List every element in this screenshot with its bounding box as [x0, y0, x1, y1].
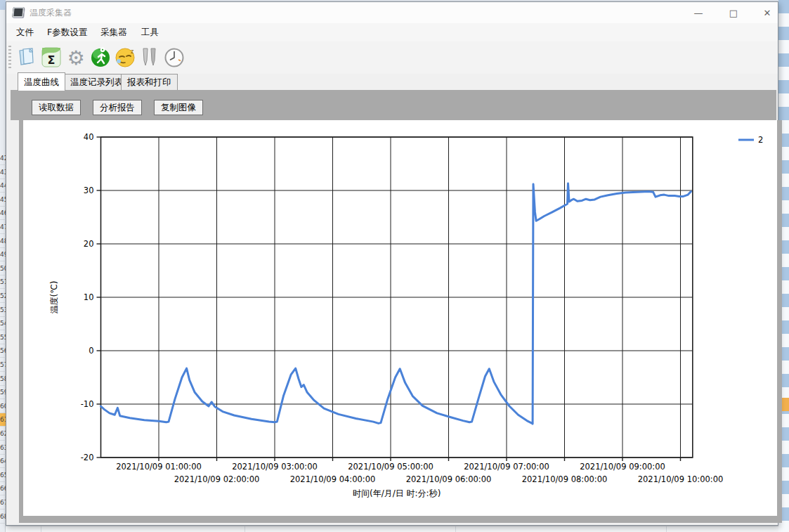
menu-file[interactable]: 文件 — [12, 25, 38, 39]
excel-row-number: 56 — [0, 344, 6, 358]
svg-text:40: 40 — [84, 132, 94, 142]
excel-row-number: 46 — [0, 207, 6, 220]
svg-text:-20: -20 — [81, 453, 94, 462]
excel-gridline — [41, 526, 41, 532]
temperature-chart-panel: 403020100-10-202021/10/09 01:00:002021/1… — [23, 120, 777, 516]
excel-row-number: 50 — [0, 262, 6, 275]
excel-row-number: 49 — [0, 248, 6, 261]
excel-row-number: 44 — [0, 179, 6, 193]
menu-params[interactable]: F参数设置 — [43, 25, 91, 39]
svg-text:2021/10/09 05:00:00: 2021/10/09 05:00:00 — [348, 462, 433, 472]
minimize-button[interactable]: — — [686, 5, 710, 22]
analysis-report-button[interactable]: 分析报告 — [93, 100, 142, 115]
svg-text:10: 10 — [84, 292, 94, 302]
excel-row-number: 61 — [0, 413, 6, 427]
svg-text:⚙: ⚙ — [67, 46, 84, 70]
excel-row-header-strip: 4243444546474849505152535455565758596061… — [0, 0, 6, 532]
tab-report-print[interactable]: 报表和打印 — [121, 74, 178, 90]
series-line — [101, 183, 691, 424]
chart-grid — [101, 137, 693, 458]
svg-text:2021/10/09 01:00:00: 2021/10/09 01:00:00 — [116, 462, 202, 472]
menu-tools[interactable]: 工具 — [137, 25, 163, 39]
excel-cell-fragment — [0, 0, 6, 10]
excel-row-number: 45 — [0, 193, 6, 207]
excel-row-number: 65 — [0, 469, 6, 482]
svg-text:2021/10/09 04:00:00: 2021/10/09 04:00:00 — [290, 474, 376, 484]
excel-row-number: 55 — [0, 331, 6, 344]
excel-row-number: 52 — [0, 290, 6, 303]
title-bar[interactable]: 温度采集器 — □ ✕ — [6, 2, 778, 23]
excel-row-number: 68 — [0, 510, 6, 524]
probe-pens-icon[interactable] — [138, 45, 162, 70]
app-logger-icon — [12, 7, 25, 18]
excel-row-number: 51 — [0, 275, 6, 289]
excel-row-number: 58 — [0, 372, 6, 386]
excel-row-number: 66 — [0, 482, 6, 495]
app-window: 温度采集器 — □ ✕ 文件 F参数设置 采集器 工具 Σ ⚙ — [6, 1, 778, 526]
svg-text:2021/10/09 06:00:00: 2021/10/09 06:00:00 — [406, 474, 492, 484]
chart-toolbar-band: 读取数据 分析报告 复制图像 — [11, 90, 776, 120]
read-data-button[interactable]: 读取数据 — [32, 100, 81, 115]
clock-icon[interactable] — [162, 45, 186, 70]
excel-row-number: 43 — [0, 166, 6, 179]
y-axis-title: 温度(℃) — [49, 281, 59, 314]
svg-text:2021/10/09 02:00:00: 2021/10/09 02:00:00 — [174, 474, 260, 484]
axis-ticks — [97, 137, 681, 461]
legend-label: 2 — [758, 135, 763, 145]
svg-text:20: 20 — [84, 239, 94, 249]
excel-row-number: 47 — [0, 221, 6, 234]
excel-row-number: 63 — [0, 441, 6, 455]
maximize-button[interactable]: □ — [722, 5, 745, 22]
svg-text:-10: -10 — [81, 399, 94, 409]
toolbar: Σ ⚙ z — [6, 41, 778, 74]
axis-labels: 403020100-10-202021/10/09 01:00:002021/1… — [81, 132, 724, 484]
documents-icon[interactable] — [15, 45, 39, 70]
svg-text:2021/10/09 07:00:00: 2021/10/09 07:00:00 — [464, 462, 549, 472]
excel-gridline — [666, 526, 667, 532]
sigma-statistics-icon[interactable]: Σ — [39, 45, 63, 70]
svg-text:2021/10/09 03:00:00: 2021/10/09 03:00:00 — [232, 462, 318, 472]
chart-frame: 403020100-10-202021/10/09 01:00:002021/1… — [19, 120, 782, 523]
excel-row-number: 57 — [0, 358, 6, 372]
excel-row-number: 62 — [0, 427, 6, 441]
excel-row-number: 48 — [0, 235, 6, 248]
tab-temperature-curve[interactable]: 温度曲线 — [18, 72, 65, 91]
svg-text:z: z — [131, 48, 133, 55]
run-start-icon[interactable] — [89, 45, 112, 70]
excel-row-number: 53 — [0, 304, 6, 317]
svg-text:2021/10/09 08:00:00: 2021/10/09 08:00:00 — [522, 474, 608, 484]
excel-gridline — [455, 526, 456, 532]
excel-gridline — [244, 526, 245, 532]
svg-text:0: 0 — [89, 346, 93, 356]
close-button[interactable]: ✕ — [755, 5, 779, 22]
svg-text:Σ: Σ — [48, 53, 56, 67]
excel-row-number: 42 — [0, 152, 6, 165]
menu-collector[interactable]: 采集器 — [96, 25, 131, 39]
toolbar-grip[interactable] — [8, 46, 11, 70]
menu-bar: 文件 F参数设置 采集器 工具 — [6, 23, 778, 41]
x-axis-title: 时间(年/月/日 时:分:秒) — [353, 488, 441, 498]
excel-row-number: 59 — [0, 386, 6, 399]
tab-record-list[interactable]: 温度记录列表 — [64, 74, 129, 90]
excel-bottom-strip — [6, 526, 778, 532]
window-title: 温度采集器 — [30, 7, 72, 19]
svg-text:2021/10/09 10:00:00: 2021/10/09 10:00:00 — [638, 474, 724, 484]
excel-row-number: 54 — [0, 317, 6, 330]
svg-text:2021/10/09 09:00:00: 2021/10/09 09:00:00 — [580, 462, 665, 472]
sleep-face-icon[interactable]: z — [113, 45, 137, 70]
svg-text:30: 30 — [84, 186, 94, 195]
copy-image-button[interactable]: 复制图像 — [154, 100, 203, 115]
temperature-line-chart: 403020100-10-202021/10/09 01:00:002021/1… — [23, 120, 777, 516]
excel-row-number: 64 — [0, 455, 6, 468]
excel-row-number: 67 — [0, 496, 6, 510]
excel-row-number: 60 — [0, 400, 6, 413]
settings-gear-icon[interactable]: ⚙ — [64, 45, 88, 70]
